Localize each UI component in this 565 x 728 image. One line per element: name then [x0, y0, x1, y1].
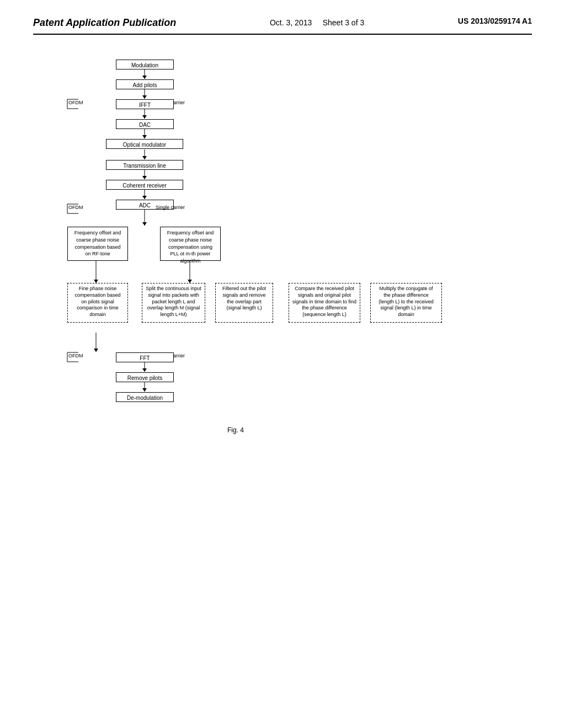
svg-marker-29: [94, 349, 98, 352]
svg-marker-9: [142, 156, 147, 159]
compare-pilot-box: Compare the received pilotsignals and or…: [289, 283, 360, 323]
svg-marker-15: [142, 222, 147, 226]
freq-offset-right-box: Frequency offset andcoarse phase noiseco…: [160, 227, 221, 261]
page: Patent Application Publication Oct. 3, 2…: [0, 0, 565, 728]
header: Patent Application Publication Oct. 3, 2…: [33, 17, 532, 35]
single-carrier-label-mid: Single carrier: [156, 205, 185, 210]
add-pilots-box: Add pilots: [116, 79, 174, 89]
freq-offset-left-box: Frequency offset andcoarse phase noiseco…: [67, 227, 128, 261]
diagram-area: Modulation Add pilots OFDM Single carrie…: [34, 51, 531, 630]
fine-phase-box: Fine phase noisecompensation basedon pil…: [67, 283, 128, 323]
svg-marker-13: [142, 196, 147, 199]
figure-label: Fig. 4: [227, 426, 244, 434]
svg-marker-31: [142, 368, 147, 372]
dac-box: DAC: [116, 119, 174, 129]
modulation-box: Modulation: [116, 60, 174, 69]
demodulation-box: De-modulation: [116, 392, 174, 402]
split-input-box: Split the continuous inputsignal into pa…: [142, 283, 205, 323]
coherent-receiver-box: Coherent receiver: [106, 180, 183, 190]
header-date-sheet: Oct. 3, 2013 Sheet 3 of 3: [270, 17, 364, 29]
ofdm-label-mid: OFDM: [68, 205, 83, 210]
svg-marker-5: [142, 115, 147, 119]
publication-date: Oct. 3, 2013: [270, 18, 312, 27]
multiply-conj-box: Multiply the conjugate ofthe phase diffe…: [370, 283, 442, 323]
svg-marker-3: [142, 95, 147, 99]
transmission-box: Transmission line: [106, 160, 183, 170]
remove-pilots-box: Remove pilots: [116, 372, 174, 382]
svg-marker-1: [142, 76, 147, 79]
fft-box: FFT: [116, 352, 174, 362]
svg-marker-11: [142, 176, 147, 179]
optical-modulator-box: Optical modulator: [106, 139, 183, 149]
flow-arrows: [34, 51, 531, 630]
patent-number: US 2013/0259174 A1: [458, 17, 532, 25]
filter-pilot-box: Filtered out the pilotsignals and remove…: [215, 283, 273, 323]
svg-marker-7: [142, 135, 147, 138]
sheet-info: Sheet 3 of 3: [323, 18, 365, 27]
ifft-box: IFFT: [116, 99, 174, 109]
ofdm-label-top: OFDM: [68, 100, 83, 105]
ofdm-label-bot: OFDM: [68, 353, 83, 358]
svg-marker-33: [142, 388, 147, 392]
publication-title: Patent Application Publication: [33, 17, 176, 29]
